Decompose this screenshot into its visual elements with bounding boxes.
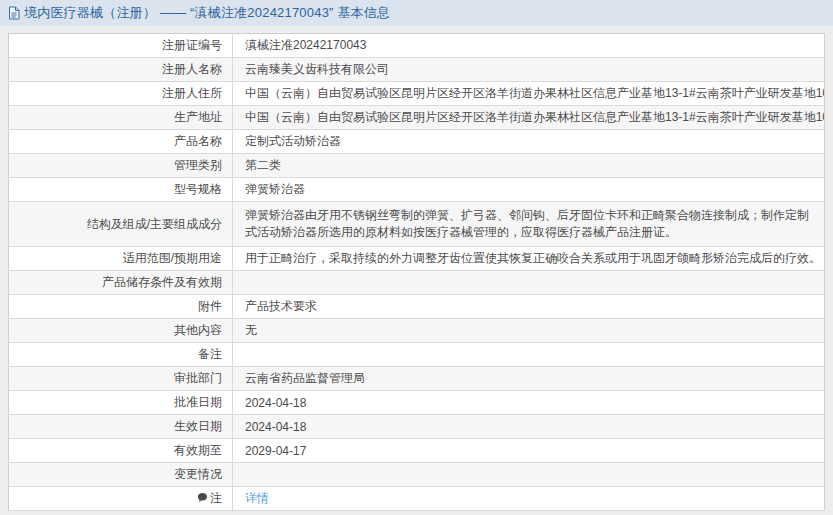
row-label-cell: 注 (9, 487, 233, 511)
row-value: 中国（云南）自由贸易试验区昆明片区经开区洛羊街道办果林社区信息产业基地13-1#… (245, 86, 825, 100)
info-table-body: 注册证编号滇械注准20242170043注册人名称云南臻美义齿科技有限公司注册人… (9, 34, 825, 511)
row-value: 中国（云南）自由贸易试验区昆明片区经开区洛羊街道办果林社区信息产业基地13-1#… (245, 110, 825, 124)
row-label-cell: 型号规格 (9, 178, 233, 202)
table-row: 备注 (9, 343, 825, 367)
row-value-cell: 2024-04-18 (233, 415, 825, 439)
row-label-cell: 生产地址 (9, 106, 233, 130)
table-row: 生效日期2024-04-18 (9, 415, 825, 439)
row-value-cell: 第二类 (233, 154, 825, 178)
table-row: 注详情 (9, 487, 825, 511)
table-row: 变更情况 (9, 463, 825, 487)
row-value-cell: 详情 (233, 487, 825, 511)
row-label-cell: 产品储存条件及有效期 (9, 271, 233, 295)
row-label: 变更情况 (174, 467, 222, 481)
row-value: 无 (245, 323, 257, 337)
comment-icon (197, 492, 208, 503)
row-label: 注册证编号 (162, 38, 222, 52)
row-label-cell: 其他内容 (9, 319, 233, 343)
row-label: 审批部门 (174, 371, 222, 385)
table-row: 注册人住所中国（云南）自由贸易试验区昆明片区经开区洛羊街道办果林社区信息产业基地… (9, 82, 825, 106)
table-row: 产品名称定制式活动矫治器 (9, 130, 825, 154)
table-row: 其他内容无 (9, 319, 825, 343)
row-label-cell: 审批部门 (9, 367, 233, 391)
row-label: 有效期至 (174, 443, 222, 457)
table-row: 注册证编号滇械注准20242170043 (9, 34, 825, 58)
header-bar: 境内医疗器械（注册） —— “滇械注准20242170043” 基本信息 (0, 0, 833, 26)
row-label: 产品名称 (174, 134, 222, 148)
row-label-cell: 注册人名称 (9, 58, 233, 82)
row-label-cell: 产品名称 (9, 130, 233, 154)
row-label: 注 (210, 491, 222, 505)
row-value-cell: 2024-04-18 (233, 391, 825, 415)
row-label-cell: 批准日期 (9, 391, 233, 415)
row-label: 结构及组成/主要组成成分 (87, 217, 222, 231)
row-value-cell: 用于正畸治疗，采取持续的外力调整牙齿位置使其恢复正确咬合关系或用于巩固牙颌畸形矫… (233, 247, 825, 271)
row-value: 云南省药品监督管理局 (245, 371, 365, 385)
row-label-cell: 管理类别 (9, 154, 233, 178)
row-label: 生产地址 (174, 110, 222, 124)
row-label: 附件 (198, 299, 222, 313)
table-row: 有效期至2029-04-17 (9, 439, 825, 463)
row-value-cell: 定制式活动矫治器 (233, 130, 825, 154)
row-label: 批准日期 (174, 395, 222, 409)
table-row: 批准日期2024-04-18 (9, 391, 825, 415)
row-label: 其他内容 (174, 323, 222, 337)
row-label: 产品储存条件及有效期 (102, 275, 222, 289)
row-label: 适用范围/预期用途 (123, 251, 222, 265)
table-row: 适用范围/预期用途用于正畸治疗，采取持续的外力调整牙齿位置使其恢复正确咬合关系或… (9, 247, 825, 271)
row-value: 用于正畸治疗，采取持续的外力调整牙齿位置使其恢复正确咬合关系或用于巩固牙颌畸形矫… (245, 251, 821, 265)
row-value-cell: 云南臻美义齿科技有限公司 (233, 58, 825, 82)
row-value-cell (233, 463, 825, 487)
row-label: 管理类别 (174, 158, 222, 172)
row-value-cell: 弹簧矫治器 (233, 178, 825, 202)
row-value-cell: 中国（云南）自由贸易试验区昆明片区经开区洛羊街道办果林社区信息产业基地13-1#… (233, 82, 825, 106)
row-value: 产品技术要求 (245, 299, 317, 313)
row-label-cell: 注册证编号 (9, 34, 233, 58)
row-value: 云南臻美义齿科技有限公司 (245, 62, 389, 76)
row-label-cell: 结构及组成/主要组成成分 (9, 202, 233, 247)
row-label: 备注 (198, 347, 222, 361)
row-value: 定制式活动矫治器 (245, 134, 341, 148)
row-label-cell: 适用范围/预期用途 (9, 247, 233, 271)
row-value-cell (233, 271, 825, 295)
row-value: 滇械注准20242170043 (245, 38, 366, 52)
table-row: 管理类别第二类 (9, 154, 825, 178)
row-value-cell: 弹簧矫治器由牙用不锈钢丝弯制的弹簧、扩弓器、邻间钩、后牙固位卡环和正畸聚合物连接… (233, 202, 825, 247)
row-value: 2024-04-18 (245, 396, 306, 410)
row-value-cell: 滇械注准20242170043 (233, 34, 825, 58)
page-title: 境内医疗器械（注册） —— “滇械注准20242170043” 基本信息 (24, 4, 390, 22)
row-label-cell: 变更情况 (9, 463, 233, 487)
row-value: 2024-04-18 (245, 420, 306, 434)
row-label-cell: 有效期至 (9, 439, 233, 463)
row-label: 型号规格 (174, 182, 222, 196)
row-label-cell: 附件 (9, 295, 233, 319)
row-label-cell: 注册人住所 (9, 82, 233, 106)
row-value: 弹簧矫治器由牙用不锈钢丝弯制的弹簧、扩弓器、邻间钩、后牙固位卡环和正畸聚合物连接… (245, 208, 809, 239)
row-value-cell: 云南省药品监督管理局 (233, 367, 825, 391)
row-label: 注册人名称 (162, 62, 222, 76)
table-row: 注册人名称云南臻美义齿科技有限公司 (9, 58, 825, 82)
info-table: 注册证编号滇械注准20242170043注册人名称云南臻美义齿科技有限公司注册人… (8, 33, 825, 511)
details-link[interactable]: 详情 (245, 491, 269, 505)
table-row: 结构及组成/主要组成成分弹簧矫治器由牙用不锈钢丝弯制的弹簧、扩弓器、邻间钩、后牙… (9, 202, 825, 247)
table-row: 审批部门云南省药品监督管理局 (9, 367, 825, 391)
row-value: 弹簧矫治器 (245, 182, 305, 196)
document-icon (8, 6, 20, 20)
table-row: 产品储存条件及有效期 (9, 271, 825, 295)
row-label-cell: 生效日期 (9, 415, 233, 439)
row-value-cell: 无 (233, 319, 825, 343)
table-row: 附件产品技术要求 (9, 295, 825, 319)
row-value-cell: 中国（云南）自由贸易试验区昆明片区经开区洛羊街道办果林社区信息产业基地13-1#… (233, 106, 825, 130)
row-label: 注册人住所 (162, 86, 222, 100)
table-row: 生产地址中国（云南）自由贸易试验区昆明片区经开区洛羊街道办果林社区信息产业基地1… (9, 106, 825, 130)
row-value: 2029-04-17 (245, 444, 306, 458)
row-value-cell: 产品技术要求 (233, 295, 825, 319)
row-value: 第二类 (245, 158, 281, 172)
row-value-cell (233, 343, 825, 367)
row-value-cell: 2029-04-17 (233, 439, 825, 463)
row-label: 生效日期 (174, 419, 222, 433)
table-row: 型号规格弹簧矫治器 (9, 178, 825, 202)
row-label-cell: 备注 (9, 343, 233, 367)
